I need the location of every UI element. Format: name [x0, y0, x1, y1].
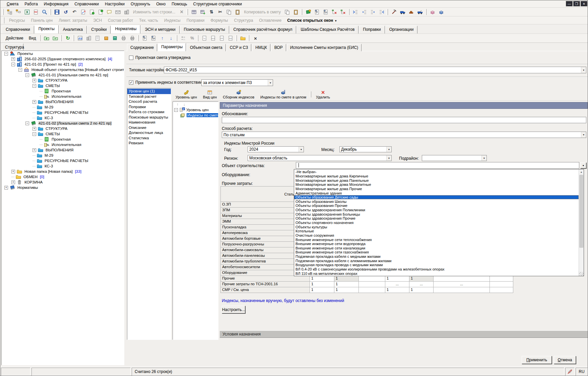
level-toolbar-price-type-button[interactable]: Вид цен — [200, 88, 220, 100]
collapse-minus-icon[interactable]: − — [11, 63, 15, 66]
printer-button[interactable] — [120, 34, 128, 42]
configure-button[interactable]: Настроить... — [222, 306, 245, 313]
expand-plus-icon[interactable]: + — [32, 127, 36, 131]
tree-row[interactable]: +Нормативы — [2, 185, 124, 190]
dropdown-option-19[interactable]: Внешние инженерные сети канализации — [294, 246, 579, 250]
apply-button[interactable]: Применить — [522, 356, 552, 364]
tab-6[interactable]: ВОР — [271, 44, 286, 51]
toolbar-grip[interactable] — [176, 35, 177, 41]
apply-indexes-checkbox[interactable]: ✓ — [129, 80, 133, 85]
cost-value-cell[interactable] — [490, 276, 513, 282]
pdf-button[interactable]: PDF — [32, 8, 40, 16]
workspace-tab-8[interactable]: Справочник расчётных формул — [230, 26, 297, 33]
collapse-minus-icon[interactable]: − — [174, 108, 178, 112]
cost-value-cell[interactable]: 1 — [334, 287, 359, 293]
chevron-down-icon[interactable]: ▼ — [386, 155, 391, 161]
tab-structure[interactable]: Структура — [2, 44, 23, 51]
type-settings-combobox[interactable]: ФСНБ-2022_И15 ▼ — [164, 67, 586, 73]
category-item-1[interactable]: Уровни цен (1) — [127, 89, 171, 94]
percent-button[interactable]: % — [188, 34, 196, 42]
people-button[interactable] — [179, 34, 187, 42]
dropdown-option-16[interactable]: Очистные сооружения — [294, 233, 579, 238]
expand-plus-icon[interactable]: + — [11, 170, 15, 173]
cost-value-cell[interactable] — [359, 287, 385, 293]
tree-row[interactable]: −421-01-01 [Проект по 421 пр][2] — [2, 62, 124, 67]
copy-button[interactable] — [225, 8, 233, 16]
arrow-down-button[interactable]: ↓ — [167, 34, 175, 42]
chevron-down-icon[interactable]: ▼ — [581, 67, 586, 73]
menu-item-7[interactable]: Окно — [153, 1, 169, 7]
add-grid-button[interactable] — [199, 8, 207, 16]
tree-row[interactable]: +КОРЗИНА — [2, 179, 124, 185]
expand-plus-icon[interactable]: + — [11, 180, 15, 184]
dropdown-option-8[interactable]: Объекты образования Школы — [294, 199, 579, 204]
chart-building-button[interactable] — [76, 34, 84, 42]
dropdown-option-21[interactable]: Подземная прокладка кабеля с медными жил… — [294, 254, 579, 259]
move-up-icon[interactable]: ↑ — [174, 101, 181, 107]
tree-row[interactable]: +ВЫПОЛНЕНИЯ — [2, 147, 124, 153]
dropdown-option-4[interactable]: Многоквартирные жилые дома Монолитные — [294, 182, 579, 187]
close-x-button[interactable]: × — [251, 34, 259, 42]
dropdown-option-11[interactable]: Объекты здравоохранения Больницы — [294, 212, 579, 216]
menu-item-5[interactable]: Настройки — [102, 1, 128, 7]
collapse-minus-icon[interactable]: − — [25, 73, 29, 77]
dropdown-option-10[interactable]: Объекты здравоохранения Поликлиники — [294, 208, 579, 212]
page-pr-button[interactable]: ПР — [149, 34, 157, 42]
level-toolbar-price-level-button[interactable]: Уровень цен — [173, 88, 200, 100]
page-pr-button[interactable]: ПР — [322, 8, 330, 16]
tree-row[interactable]: +СТРУКТУРА — [2, 126, 124, 131]
toolbar-grip[interactable] — [73, 35, 74, 41]
category-item-3[interactable]: Способ расчета — [127, 99, 171, 104]
category-item-2[interactable]: Типовой расчет — [127, 94, 171, 99]
category-item-11[interactable]: Ревизия — [127, 141, 171, 146]
tree-row[interactable]: КС-3 — [2, 115, 124, 121]
folder-new-button[interactable] — [239, 34, 247, 42]
action-menu-2[interactable]: Вид — [26, 35, 39, 41]
tab-2[interactable]: Параметры — [158, 43, 186, 51]
page-p-button[interactable]: P — [313, 8, 321, 16]
dropdown-option-1[interactable]: -Не выбран- — [294, 170, 579, 174]
toolbar-grip[interactable] — [39, 35, 41, 41]
scroll-up-icon[interactable]: ▲ — [579, 169, 584, 174]
collapse-minus-icon[interactable]: − — [32, 132, 36, 136]
dropdown-option-14[interactable]: Объекты культуры — [294, 225, 579, 229]
tree-row[interactable]: РЕСУРСНЫЕ РАСЧЕТЫ — [2, 110, 124, 115]
level-toolbar-index-book-button[interactable]: Сборник индексов — [220, 88, 257, 100]
level-tree-child[interactable]: Индексы по смете: 202 — [173, 112, 218, 118]
collapse-minus-icon[interactable]: − — [4, 52, 8, 56]
dropdown-option-9[interactable]: Объекты образования Прочие — [294, 204, 579, 208]
tree-row[interactable]: М-29 — [2, 153, 124, 158]
toolbar-grip[interactable] — [236, 35, 237, 41]
justification-input[interactable] — [222, 117, 586, 123]
tab-1[interactable]: Содержание — [127, 44, 157, 51]
collapse-minus-icon[interactable]: − — [32, 84, 36, 88]
language-indicator[interactable]: RU — [576, 368, 588, 376]
category-item-9[interactable]: Должностные лица — [127, 130, 171, 136]
toolbar-grip[interactable] — [2, 9, 4, 15]
excel-button[interactable]: X — [23, 8, 31, 16]
refresh-button[interactable]: ↺ — [62, 8, 70, 16]
minimize-button[interactable]: — — [566, 1, 573, 6]
dropdown-option-5[interactable]: Многоквартирные жилые дома Прочие — [294, 187, 579, 191]
category-item-5[interactable]: Работа со строками — [127, 109, 171, 115]
truck-button[interactable] — [399, 8, 407, 16]
cost-value-cell[interactable]: 1 — [385, 276, 409, 282]
tree-row[interactable]: −Проекты — [2, 51, 124, 56]
construction-object-dropdown-button[interactable]: ▼ — [580, 162, 586, 168]
indent-first-button[interactable] — [351, 8, 360, 16]
layers-pink-button[interactable] — [429, 8, 437, 16]
save-button[interactable] — [53, 8, 61, 16]
menu-item-3[interactable]: Информация — [41, 1, 71, 7]
workspace-tab-5[interactable]: Нормативы — [111, 25, 140, 33]
toolbar-grip[interactable] — [197, 35, 198, 41]
book-gear-button[interactable] — [304, 8, 312, 16]
page-m29-button[interactable]: М29 — [209, 34, 217, 42]
toolbar-grip[interactable] — [3, 17, 4, 23]
expand-plus-icon[interactable]: + — [32, 100, 36, 104]
region-combobox[interactable]: Московская область ▼ — [248, 155, 392, 161]
cost-value-cell[interactable]: ... — [434, 282, 490, 287]
printer2-button[interactable] — [128, 34, 136, 42]
indent-button[interactable] — [360, 8, 368, 16]
cut-button[interactable]: ✂ — [216, 8, 224, 16]
expand-plus-icon[interactable]: + — [32, 148, 36, 152]
